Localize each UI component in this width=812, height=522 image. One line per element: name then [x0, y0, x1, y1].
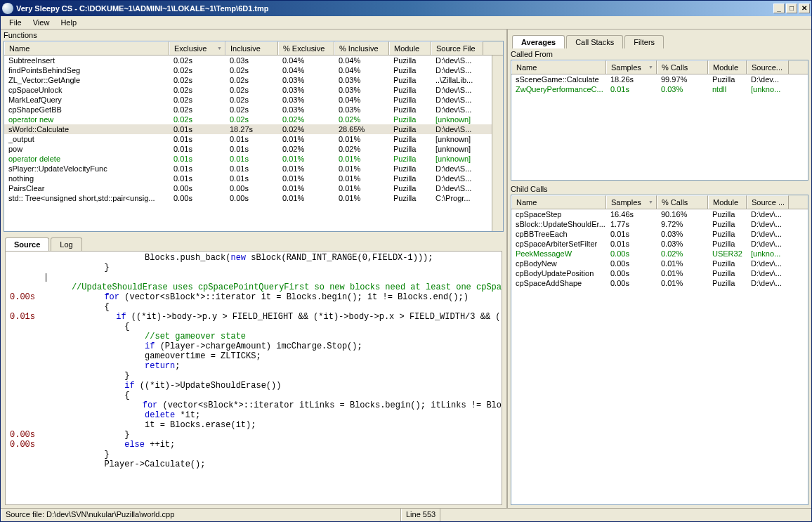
app-icon — [2, 3, 13, 14]
source-view-container: Blocks.push_back(new sBlock(RAND_INT_RAN… — [5, 251, 502, 505]
col-header[interactable]: Module — [708, 195, 747, 209]
source-line[interactable]: } — [6, 450, 502, 459]
minimize-button[interactable]: _ — [773, 4, 785, 13]
table-row[interactable]: sBlock::UpdateShouldEr...1.77s9.72%Puzil… — [511, 219, 808, 229]
table-row[interactable]: ZwQueryPerformanceC...0.01s0.03%ntdll[un… — [511, 84, 808, 94]
window-title: Very Sleepy CS - C:\DOKUME~1\ADMINI~1\LO… — [16, 4, 773, 13]
col-header[interactable]: Name — [511, 195, 606, 209]
table-row[interactable]: operator new0.02s0.02s0.02%0.02%Puzilla[… — [4, 115, 492, 124]
table-row[interactable]: operator delete0.01s0.01s0.01%0.01%Puzil… — [4, 154, 492, 164]
table-row[interactable]: cpShapeGetBB0.02s0.02s0.03%0.03%PuzillaD… — [4, 105, 492, 115]
close-button[interactable]: ✕ — [799, 4, 810, 13]
called-from-table: NameSamples% CallsModuleSource... sScene… — [511, 60, 808, 181]
menubar: File View Help — [1, 16, 811, 30]
source-line[interactable]: 0.00s for (vector<sBlock*>::iterator it … — [6, 292, 502, 302]
source-line[interactable]: } — [6, 371, 502, 381]
table-row[interactable]: sSceneGame::Calculate18.26s99.97%Puzilla… — [511, 74, 808, 84]
source-line[interactable]: if (Player->chargeAmount) imcCharge.Stop… — [6, 341, 502, 351]
source-line[interactable]: 0.00s } — [6, 430, 502, 440]
child-calls-table: NameSamples% CallsModuleSource ... cpSpa… — [511, 195, 808, 505]
table-row[interactable]: cpBBTreeEach0.01s0.03%PuzillaD:\dev\... — [511, 229, 808, 239]
menu-view[interactable]: View — [27, 17, 55, 28]
col-header[interactable]: % Calls — [657, 195, 708, 209]
col-header[interactable]: % Calls — [657, 60, 708, 74]
source-tabs: Source Log — [1, 235, 506, 251]
table-row[interactable]: ZL_Vector::GetAngle0.02s0.02s0.03%0.03%P… — [4, 75, 492, 85]
menu-help[interactable]: Help — [55, 17, 82, 28]
source-line[interactable]: } — [6, 263, 502, 273]
col-header[interactable]: Samples — [606, 60, 657, 74]
statusbar: Source file: D:\dev\SVN\nukular\Puzilla\… — [1, 508, 811, 521]
col-header[interactable]: Inclusive — [225, 41, 278, 55]
source-line[interactable]: for (vector<sBlock*>::iterator itLinks =… — [6, 400, 502, 410]
col-header[interactable]: Module — [389, 41, 431, 55]
col-header[interactable]: Exclusive — [169, 41, 225, 55]
table-row[interactable]: sPlayer::UpdateVelocityFunc0.01s0.01s0.0… — [4, 164, 492, 174]
col-header[interactable]: Name — [511, 60, 606, 74]
functions-table: NameExclusiveInclusive% Exclusive% Inclu… — [4, 41, 504, 232]
table-row[interactable]: sWorld::Calculate0.01s18.27s0.02%28.65%P… — [4, 124, 492, 134]
source-line[interactable]: //set gameover state — [6, 332, 502, 341]
table-row[interactable]: cpBodyNew0.00s0.01%PuzillaD:\dev\... — [511, 259, 808, 268]
source-line[interactable]: { — [6, 302, 502, 312]
child-calls-label: Child Calls — [508, 183, 811, 195]
tab-averages[interactable]: Averages — [512, 35, 565, 48]
table-row[interactable]: cpSpaceStep16.46s90.16%PuzillaD:\dev\... — [511, 209, 808, 219]
source-line[interactable]: Player->Calculate(); — [6, 459, 502, 469]
tab-filters[interactable]: Filters — [624, 35, 664, 48]
table-row[interactable]: findPointsBehindSeg0.02s0.02s0.04%0.04%P… — [4, 65, 492, 75]
source-line[interactable]: { — [6, 322, 502, 332]
source-line[interactable]: 0.01s if ((*it)->body->p.y > FIELD_HEIGH… — [6, 312, 502, 322]
tab-source[interactable]: Source — [5, 237, 49, 251]
source-line[interactable]: it = Blocks.erase(it); — [6, 420, 502, 430]
titlebar[interactable]: Very Sleepy CS - C:\DOKUME~1\ADMINI~1\LO… — [1, 1, 811, 16]
col-header[interactable]: % Inclusive — [334, 41, 389, 55]
col-header[interactable]: % Exclusive — [278, 41, 334, 55]
col-header[interactable]: Module — [708, 60, 747, 74]
table-row[interactable]: MarkLeafQuery0.02s0.02s0.03%0.04%Puzilla… — [4, 95, 492, 105]
tab-log[interactable]: Log — [51, 237, 81, 251]
called-from-label: Called From — [508, 48, 811, 60]
functions-label: Functions — [1, 30, 506, 41]
source-line[interactable]: delete *it; — [6, 410, 502, 420]
source-view[interactable]: Blocks.push_back(new sBlock(RAND_INT_RAN… — [6, 252, 502, 504]
table-row[interactable]: nothing0.01s0.01s0.01%0.01%PuzillaD:\dev… — [4, 174, 492, 183]
source-line[interactable]: gameovertime = ZLTICKS; — [6, 351, 502, 361]
col-header[interactable]: Samples — [606, 195, 657, 209]
menu-file[interactable]: File — [4, 17, 27, 28]
source-line[interactable]: //UpdateShouldErase uses cpSpacePointQue… — [6, 282, 502, 292]
table-row[interactable]: PairsClear0.00s0.00s0.01%0.01%PuzillaD:\… — [4, 183, 492, 193]
col-header[interactable]: Source File — [431, 41, 483, 55]
table-row[interactable]: cpSpaceAddShape0.00s0.01%PuzillaD:\dev\.… — [511, 278, 808, 288]
source-line[interactable]: return; — [6, 361, 502, 371]
table-row[interactable]: std:: Tree<unsigned short,std::pair<unsi… — [4, 193, 492, 203]
right-tabs: Averages Call Stacks Filters — [508, 30, 811, 48]
source-line[interactable]: if ((*it)->UpdateShouldErase()) — [6, 381, 502, 391]
status-line: Line 553 — [401, 509, 440, 521]
status-file: Source file: D:\dev\SVN\nukular\Puzilla\… — [1, 509, 401, 521]
col-header[interactable]: Source... — [747, 60, 789, 74]
source-line[interactable]: | — [6, 273, 502, 282]
col-header[interactable]: Name — [4, 41, 169, 55]
table-row[interactable]: PeekMessageW0.00s0.02%USER32[unkno... — [511, 249, 808, 259]
source-line[interactable]: Blocks.push_back(new sBlock(RAND_INT_RAN… — [6, 253, 502, 263]
table-row[interactable]: pow0.01s0.01s0.02%0.02%Puzilla[unknown] — [4, 144, 492, 154]
table-row[interactable]: cpBodyUpdatePosition0.00s0.01%PuzillaD:\… — [511, 268, 808, 278]
table-row[interactable]: cpSpaceUnlock0.02s0.02s0.03%0.03%Puzilla… — [4, 85, 492, 95]
col-header[interactable]: Source ... — [747, 195, 789, 209]
source-line[interactable]: 0.00s else ++it; — [6, 440, 502, 450]
tab-callstacks[interactable]: Call Stacks — [566, 35, 623, 48]
source-line[interactable]: { — [6, 391, 502, 400]
maximize-button[interactable]: □ — [786, 4, 797, 13]
table-row[interactable]: _output0.01s0.01s0.01%0.01%Puzilla[unkno… — [4, 134, 492, 144]
table-row[interactable]: SubtreeInsert0.02s0.03s0.04%0.04%Puzilla… — [4, 56, 492, 65]
table-row[interactable]: cpSpaceArbiterSetFilter0.01s0.03%Puzilla… — [511, 239, 808, 249]
scrollbar[interactable] — [492, 56, 503, 231]
